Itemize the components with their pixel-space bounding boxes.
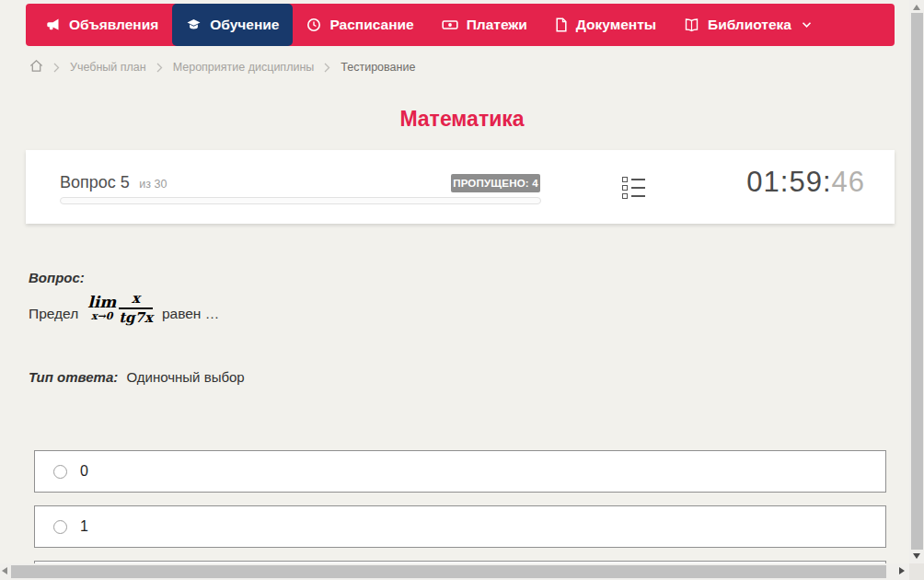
nav-item-schedule[interactable]: Расписание [293, 4, 427, 46]
option-label: 0 [80, 463, 88, 480]
breadcrumb-item-discipline-event[interactable]: Мероприятие дисциплины [173, 61, 315, 74]
home-icon[interactable] [29, 59, 43, 75]
book-icon [684, 17, 699, 32]
answer-option-0[interactable]: 0 [34, 450, 886, 493]
question-number: Вопрос 5 [60, 173, 130, 191]
question-counter: Вопрос 5 из 30 [60, 173, 167, 192]
nav-item-library[interactable]: Библиотека [670, 4, 826, 46]
radio-icon[interactable] [53, 520, 67, 534]
breadcrumb-separator-icon [156, 63, 163, 73]
option-label: 1 [80, 518, 88, 535]
nav-item-label: Расписание [329, 17, 413, 33]
question-total: из 30 [139, 178, 167, 191]
breadcrumb: Учебный план Мероприятие дисциплины Тест… [29, 58, 415, 76]
chevron-down-icon [802, 21, 812, 29]
scroll-up-arrow-icon[interactable] [913, 5, 920, 10]
breadcrumb-separator-icon [53, 63, 60, 73]
scroll-down-arrow-icon[interactable] [913, 553, 920, 559]
question-label: Вопрос: [29, 270, 85, 285]
nav-item-label: Платежи [467, 17, 527, 33]
vertical-scrollbar-thumb[interactable] [911, 13, 923, 550]
horizontal-scrollbar-thumb[interactable] [11, 565, 886, 578]
question-list-icon[interactable] [622, 177, 646, 199]
banknote-icon [442, 17, 458, 32]
horizontal-scrollbar[interactable] [0, 563, 909, 580]
question-text-after: равен … [162, 306, 219, 322]
timer: 01:59:46 [746, 166, 865, 199]
formula-numerator: x [132, 292, 140, 306]
page-title: Математика [0, 107, 924, 132]
timer-main: 01:59: [746, 166, 831, 198]
megaphone-icon [45, 17, 61, 32]
radio-icon[interactable] [53, 465, 67, 479]
answer-type: Тип ответа: Одиночный выбор [29, 369, 245, 385]
scroll-left-arrow-icon[interactable] [2, 567, 7, 574]
breadcrumb-separator-icon [324, 63, 330, 73]
answer-type-label: Тип ответа: [29, 369, 118, 385]
nav-item-announcements[interactable]: Объявления [31, 4, 172, 46]
nav-item-learning[interactable]: Обучение [172, 4, 293, 46]
quiz-header-card: Вопрос 5 из 30 ПРОПУЩЕНО: 4 01:59:46 [26, 150, 895, 224]
nav-item-label: Библиотека [708, 17, 791, 33]
limit-formula: lim x→0 x tg7x [87, 292, 153, 325]
question-text-before: Предел [29, 306, 78, 322]
nav-item-payments[interactable]: Платежи [428, 4, 541, 46]
formula-operator: lim [87, 295, 116, 310]
nav-item-documents[interactable]: Документы [541, 4, 670, 46]
skipped-badge: ПРОПУЩЕНО: 4 [451, 174, 540, 192]
vertical-scrollbar[interactable] [909, 0, 924, 563]
formula-subscript: x→0 [91, 311, 112, 321]
answer-option-1[interactable]: 1 [34, 505, 886, 548]
formula-denominator: tg7x [119, 311, 153, 325]
nav-item-label: Обучение [210, 17, 279, 33]
nav-item-label: Документы [576, 17, 656, 33]
breadcrumb-item-testing: Тестирование [341, 61, 415, 74]
progress-bar [60, 197, 541, 204]
answer-type-value: Одиночный выбор [126, 369, 244, 385]
graduation-cap-icon [186, 17, 202, 32]
breadcrumb-item-curriculum[interactable]: Учебный план [70, 61, 146, 74]
scroll-right-arrow-icon[interactable] [899, 567, 905, 574]
timer-seconds: 46 [832, 166, 865, 198]
clock-icon [306, 17, 321, 32]
document-icon [555, 17, 568, 32]
nav-item-label: Объявления [69, 17, 158, 33]
scrollbar-corner [909, 563, 924, 580]
main-navbar: Объявления Обучение Расписание Платежи Д… [26, 4, 895, 46]
question-text: Предел lim x→0 x tg7x равен … [29, 289, 219, 322]
